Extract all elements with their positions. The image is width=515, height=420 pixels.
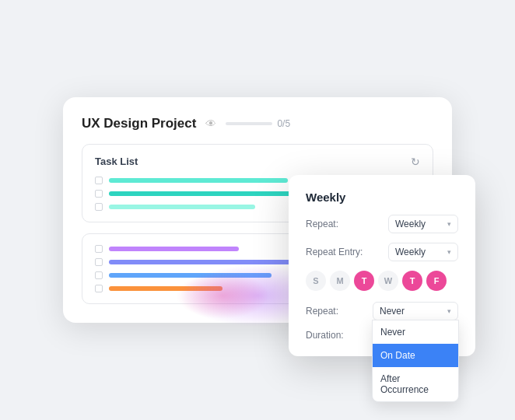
day-circle-m[interactable]: M (330, 271, 350, 291)
second-bar-2 (109, 260, 304, 264)
day-circles: S M T W T F (306, 271, 458, 291)
second-bar-1 (109, 247, 239, 251)
repeat-label: Repeat: (306, 219, 338, 229)
repeat2-dropdown-menu: Never On Date After Occurrence (372, 320, 459, 402)
dropdown-item-never[interactable]: Never (373, 320, 458, 344)
dropdown-item-ondate[interactable]: On Date (373, 344, 458, 367)
day-label-w: W (384, 276, 392, 285)
task-bar-3 (109, 205, 255, 209)
repeat2-dropdown[interactable]: Never ▾ Never On Date After Occurrence (373, 302, 458, 320)
chevron-down-icon-2: ▾ (447, 248, 451, 256)
task-checkbox[interactable] (95, 177, 103, 184)
weekly-title: Weekly (306, 191, 458, 204)
chevron-down-icon-3: ▾ (447, 307, 451, 315)
progress-track (226, 122, 272, 125)
task-list-title: Task List (95, 156, 420, 167)
repeat-entry-row: Repeat Entry: Weekly ▾ (306, 243, 458, 261)
repeat-dropdown[interactable]: Weekly ▾ (388, 215, 458, 233)
day-label-s: S (313, 276, 318, 285)
chevron-down-icon: ▾ (447, 220, 451, 228)
repeat-row: Repeat: Weekly ▾ (306, 215, 458, 233)
weekly-modal: Weekly Repeat: Weekly ▾ Repeat Entry: We… (289, 175, 475, 356)
repeat2-value: Never (380, 306, 405, 317)
progress-bar-container: 0/5 (226, 118, 290, 129)
day-label-f: F (434, 276, 440, 285)
day-circle-s[interactable]: S (306, 271, 326, 291)
repeat-value: Weekly (395, 219, 426, 229)
task-checkbox[interactable] (95, 258, 103, 266)
second-bar-4 (109, 286, 222, 291)
day-label-m: M (336, 276, 343, 285)
eye-icon: 👁 (205, 117, 216, 130)
repeat2-label: Repeat: (306, 306, 338, 317)
project-header: UX Design Project 👁 0/5 (82, 116, 433, 131)
day-label-t2: T (410, 276, 415, 285)
task-checkbox[interactable] (95, 190, 103, 198)
repeat2-dropdown-trigger[interactable]: Never ▾ (373, 303, 457, 320)
day-circle-w[interactable]: W (378, 271, 398, 291)
day-circle-t1[interactable]: T (354, 271, 374, 291)
repeat-entry-dropdown[interactable]: Weekly ▾ (388, 243, 458, 261)
repeat-entry-value: Weekly (395, 247, 426, 257)
day-circle-t2[interactable]: T (402, 271, 422, 291)
project-title: UX Design Project (82, 116, 196, 131)
refresh-icon[interactable]: ↻ (411, 156, 420, 168)
task-checkbox[interactable] (95, 285, 103, 292)
day-label-t1: T (362, 276, 367, 285)
progress-label: 0/5 (277, 118, 290, 129)
repeat-entry-label: Repeat Entry: (306, 247, 363, 257)
day-circle-f[interactable]: F (426, 271, 447, 291)
task-checkbox[interactable] (95, 203, 103, 211)
second-bar-3 (109, 273, 272, 278)
repeat2-row: Repeat: Never ▾ Never On Date After Occu… (306, 302, 458, 320)
task-checkbox[interactable] (95, 245, 103, 253)
main-card: UX Design Project 👁 0/5 Task List ↻ (63, 97, 452, 323)
dropdown-item-afteroccurrence[interactable]: After Occurrence (373, 367, 458, 401)
duration-label: Duration: (306, 330, 344, 341)
task-checkbox[interactable] (95, 271, 103, 279)
task-bar-1 (109, 178, 288, 183)
